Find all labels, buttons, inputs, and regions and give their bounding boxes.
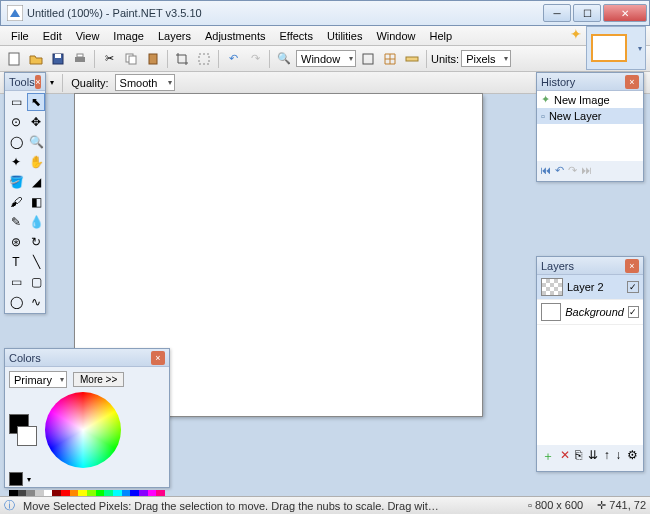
print-button[interactable] [70, 49, 90, 69]
image-thumbnail[interactable] [591, 34, 627, 62]
layers-panel-header[interactable]: Layers × [537, 257, 643, 275]
tool-lasso[interactable]: ⊙ [7, 113, 25, 131]
ruler-button[interactable] [402, 49, 422, 69]
window-zoom-combo[interactable]: Window [296, 50, 356, 67]
tools-panel-header[interactable]: Tools × [5, 73, 45, 91]
svg-rect-7 [129, 56, 136, 64]
cut-button[interactable]: ✂ [99, 49, 119, 69]
units-label: Units: [431, 53, 459, 65]
app-icon [7, 5, 23, 21]
layers-panel-close-icon[interactable]: × [625, 259, 639, 273]
maximize-button[interactable]: ☐ [573, 4, 601, 22]
redo-button[interactable]: ↷ [245, 49, 265, 69]
history-panel-close-icon[interactable]: × [625, 75, 639, 89]
tool-pencil[interactable]: ✎ [7, 213, 25, 231]
layer-delete-button[interactable]: ✕ [560, 448, 570, 465]
tool-ellipse[interactable]: ◯ [7, 293, 25, 311]
save-button[interactable] [48, 49, 68, 69]
zoom-button[interactable]: 🔍 [274, 49, 294, 69]
menu-adjustments[interactable]: Adjustments [198, 28, 273, 44]
layer-add-button[interactable]: ＋ [542, 448, 554, 465]
menu-file[interactable]: File [4, 28, 36, 44]
menu-edit[interactable]: Edit [36, 28, 69, 44]
grid-button[interactable] [380, 49, 400, 69]
deselect-button[interactable] [194, 49, 214, 69]
new-image-star-icon[interactable]: ✦ [570, 26, 582, 42]
layer-up-button[interactable]: ↑ [604, 448, 610, 465]
tool-eraser[interactable]: ◧ [27, 193, 45, 211]
history-ff-button[interactable]: ⏭ [581, 164, 592, 177]
colors-panel: Colors × Primary More >> ▾ [4, 348, 170, 488]
menu-window[interactable]: Window [369, 28, 422, 44]
tool-move-selected[interactable]: ⬉ [27, 93, 45, 111]
tool-pan[interactable]: ✋ [27, 153, 45, 171]
menu-help[interactable]: Help [423, 28, 460, 44]
tool-line[interactable]: ╲ [27, 253, 45, 271]
swatch-dropdown-icon[interactable]: ▾ [27, 475, 31, 484]
tool-magic-wand[interactable]: ✦ [7, 153, 25, 171]
layer-visible-checkbox[interactable]: ✓ [627, 281, 639, 293]
history-redo-button[interactable]: ↷ [568, 164, 577, 177]
colors-more-button[interactable]: More >> [73, 372, 124, 387]
tool-rect-select[interactable]: ▭ [7, 93, 25, 111]
layer-merge-button[interactable]: ⇊ [588, 448, 598, 465]
colors-panel-close-icon[interactable]: × [151, 351, 165, 365]
layer-properties-button[interactable]: ⚙ [627, 448, 638, 465]
close-button[interactable]: ✕ [603, 4, 647, 22]
layer-visible-checkbox[interactable]: ✓ [628, 306, 639, 318]
tool-text[interactable]: T [7, 253, 25, 271]
svg-rect-5 [77, 54, 83, 57]
new-button[interactable] [4, 49, 24, 69]
current-color-swatch[interactable] [9, 472, 23, 486]
minimize-button[interactable]: ─ [543, 4, 571, 22]
tool-paintbrush[interactable]: 🖌 [7, 193, 25, 211]
units-combo[interactable]: Pixels [461, 50, 511, 67]
tools-panel-close-icon[interactable]: × [35, 75, 41, 89]
undo-button[interactable]: ↶ [223, 49, 243, 69]
tool-freeform[interactable]: ∿ [27, 293, 45, 311]
menu-effects[interactable]: Effects [273, 28, 320, 44]
menu-layers[interactable]: Layers [151, 28, 198, 44]
color-wheel[interactable] [45, 392, 121, 468]
history-item[interactable]: ▫New Layer [537, 108, 643, 124]
tool-paint-bucket[interactable]: 🪣 [7, 173, 25, 191]
titlebar: Untitled (100%) - Paint.NET v3.5.10 ─ ☐ … [0, 0, 650, 26]
color-mode-combo[interactable]: Primary [9, 371, 67, 388]
tool-recolor[interactable]: ↻ [27, 233, 45, 251]
menu-image[interactable]: Image [106, 28, 151, 44]
status-help-text: Move Selected Pixels: Drag the selection… [23, 500, 443, 512]
history-undo-button[interactable]: ↶ [555, 164, 564, 177]
tool-rounded-rect[interactable]: ▢ [27, 273, 45, 291]
thumbnail-dropdown-icon[interactable]: ▾ [638, 44, 642, 53]
tool-move-selection[interactable]: ✥ [27, 113, 45, 131]
zoom-actual-button[interactable] [358, 49, 378, 69]
statusbar: ⓘ Move Selected Pixels: Drag the selecti… [0, 496, 650, 514]
layer-down-button[interactable]: ↓ [615, 448, 621, 465]
open-button[interactable] [26, 49, 46, 69]
tool-zoom[interactable]: 🔍 [27, 133, 45, 151]
tool-clone-stamp[interactable]: ⊛ [7, 233, 25, 251]
colors-panel-header[interactable]: Colors × [5, 349, 169, 367]
tool-gradient[interactable]: ◢ [27, 173, 45, 191]
tool-color-picker[interactable]: 💧 [27, 213, 45, 231]
layers-panel-title: Layers [541, 260, 574, 272]
history-panel-header[interactable]: History × [537, 73, 643, 91]
crop-button[interactable] [172, 49, 192, 69]
history-panel-title: History [541, 76, 575, 88]
layer-row[interactable]: Background ✓ [537, 300, 643, 325]
layer-duplicate-button[interactable]: ⎘ [575, 448, 582, 465]
copy-button[interactable] [121, 49, 141, 69]
quality-combo[interactable]: Smooth [115, 74, 175, 91]
menu-utilities[interactable]: Utilities [320, 28, 369, 44]
history-item[interactable]: ✦New Image [537, 91, 643, 108]
menu-view[interactable]: View [69, 28, 107, 44]
main-toolbar: ✂ ↶ ↷ 🔍 Window Units: Pixels [0, 46, 650, 72]
tools-panel: Tools × ▭ ⬉ ⊙ ✥ ◯ 🔍 ✦ ✋ 🪣 ◢ 🖌 ◧ ✎ 💧 ⊛ ↻ … [4, 72, 46, 314]
layer-thumbnail [541, 278, 563, 296]
tool-ellipse-select[interactable]: ◯ [7, 133, 25, 151]
paste-button[interactable] [143, 49, 163, 69]
tool-rectangle[interactable]: ▭ [7, 273, 25, 291]
secondary-color-swatch[interactable] [17, 426, 37, 446]
history-rewind-button[interactable]: ⏮ [540, 164, 551, 177]
layer-row[interactable]: Layer 2 ✓ [537, 275, 643, 300]
